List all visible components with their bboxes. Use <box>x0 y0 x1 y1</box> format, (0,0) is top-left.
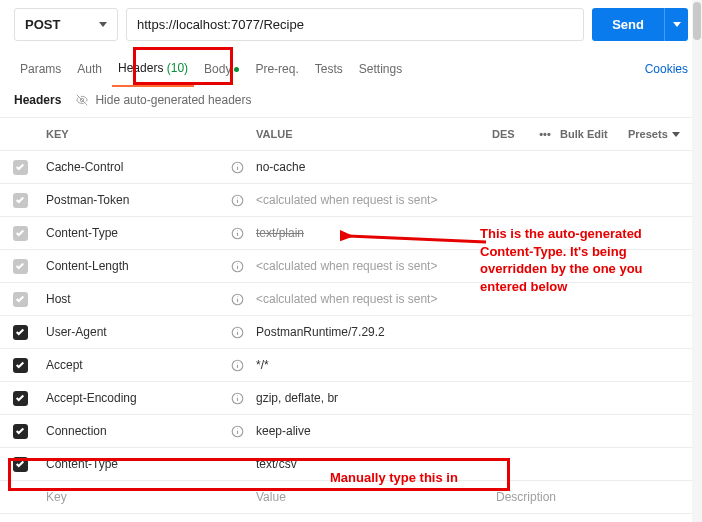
table-row: Postman-Token<calculated when request is… <box>0 184 702 217</box>
scrollbar-thumb[interactable] <box>693 2 701 40</box>
info-icon[interactable] <box>230 325 244 339</box>
chevron-down-icon <box>99 22 107 27</box>
info-icon[interactable] <box>230 160 244 174</box>
header-key-cell[interactable]: User-Agent <box>40 318 250 346</box>
header-enabled-checkbox[interactable] <box>13 193 28 208</box>
header-enabled-checkbox[interactable] <box>13 358 28 373</box>
method-value: POST <box>25 17 60 32</box>
svg-point-18 <box>237 329 238 330</box>
send-button[interactable]: Send <box>592 8 664 41</box>
table-row: Accept*/* <box>0 349 702 382</box>
tab-auth[interactable]: Auth <box>71 58 108 86</box>
header-value-cell[interactable]: <calculated when request is sent> <box>250 285 490 313</box>
svg-point-15 <box>237 296 238 297</box>
svg-point-6 <box>237 197 238 198</box>
tab-headers-count: (10) <box>167 61 188 75</box>
more-columns-icon[interactable]: ••• <box>530 128 560 140</box>
header-value-cell[interactable]: <calculated when request is sent> <box>250 186 490 214</box>
presets-label: Presets <box>628 128 668 140</box>
header-key-cell[interactable]: Accept-Encoding <box>40 384 250 412</box>
header-enabled-checkbox[interactable] <box>13 325 28 340</box>
headers-table: KEY VALUE DES ••• Bulk Edit Presets Cach… <box>0 117 702 514</box>
tab-body[interactable]: Body <box>198 58 245 86</box>
header-value-cell[interactable]: */* <box>250 351 490 379</box>
info-icon[interactable] <box>230 424 244 438</box>
info-icon[interactable] <box>230 226 244 240</box>
table-row: Content-Typetext/plain <box>0 217 702 250</box>
col-key: KEY <box>40 121 250 147</box>
header-enabled-checkbox[interactable] <box>13 226 28 241</box>
svg-point-12 <box>237 263 238 264</box>
header-value-cell[interactable]: keep-alive <box>250 417 490 445</box>
request-tabs: Params Auth Headers (10) Body Pre-req. T… <box>0 47 702 87</box>
send-dropdown[interactable] <box>664 8 688 41</box>
header-value-cell[interactable]: no-cache <box>250 153 490 181</box>
table-header-row: KEY VALUE DES ••• Bulk Edit Presets <box>0 118 702 151</box>
table-row: Cache-Controlno-cache <box>0 151 702 184</box>
header-key-cell[interactable]: Content-Type <box>40 219 250 247</box>
col-desc: DES <box>490 121 530 147</box>
info-icon[interactable] <box>230 259 244 273</box>
placeholder-key[interactable]: Key <box>40 483 250 511</box>
new-header-row[interactable]: Key Value Description <box>0 481 702 514</box>
table-row: Content-Typetext/csv <box>0 448 702 481</box>
presets-dropdown[interactable]: Presets <box>628 128 702 140</box>
header-key-cell[interactable]: Cache-Control <box>40 153 250 181</box>
tab-params[interactable]: Params <box>14 58 67 86</box>
table-row: Connectionkeep-alive <box>0 415 702 448</box>
request-bar: POST Send <box>0 0 702 47</box>
header-enabled-checkbox[interactable] <box>13 292 28 307</box>
table-row: Accept-Encodinggzip, deflate, br <box>0 382 702 415</box>
header-value-cell[interactable]: text/plain <box>250 219 490 247</box>
chevron-down-icon <box>673 22 681 27</box>
header-value-cell[interactable]: text/csv <box>250 450 490 478</box>
hide-auto-label: Hide auto-generated headers <box>95 93 251 107</box>
header-enabled-checkbox[interactable] <box>13 424 28 439</box>
chevron-down-icon <box>672 132 680 137</box>
header-key-cell[interactable]: Host <box>40 285 250 313</box>
header-key-cell[interactable]: Connection <box>40 417 250 445</box>
svg-point-3 <box>237 164 238 165</box>
tab-headers[interactable]: Headers (10) <box>112 57 194 87</box>
tab-body-label: Body <box>204 62 231 76</box>
col-value: VALUE <box>250 121 490 147</box>
hide-auto-generated-toggle[interactable]: Hide auto-generated headers <box>75 93 251 107</box>
svg-point-24 <box>237 395 238 396</box>
headers-subbar: Headers Hide auto-generated headers <box>0 87 702 117</box>
placeholder-value[interactable]: Value <box>250 483 490 511</box>
info-icon[interactable] <box>230 193 244 207</box>
header-key-cell[interactable]: Accept <box>40 351 250 379</box>
headers-label: Headers <box>14 93 61 107</box>
info-icon[interactable] <box>230 292 244 306</box>
table-row: Host<calculated when request is sent> <box>0 283 702 316</box>
svg-point-27 <box>237 428 238 429</box>
header-value-cell[interactable]: gzip, deflate, br <box>250 384 490 412</box>
info-icon[interactable] <box>230 391 244 405</box>
header-enabled-checkbox[interactable] <box>13 160 28 175</box>
method-select[interactable]: POST <box>14 8 118 41</box>
svg-point-9 <box>237 230 238 231</box>
tab-tests[interactable]: Tests <box>309 58 349 86</box>
header-value-cell[interactable]: PostmanRuntime/7.29.2 <box>250 318 490 346</box>
table-row: User-AgentPostmanRuntime/7.29.2 <box>0 316 702 349</box>
header-enabled-checkbox[interactable] <box>13 391 28 406</box>
table-row: Content-Length<calculated when request i… <box>0 250 702 283</box>
header-enabled-checkbox[interactable] <box>13 457 28 472</box>
header-value-cell[interactable]: <calculated when request is sent> <box>250 252 490 280</box>
header-key-cell[interactable]: Content-Length <box>40 252 250 280</box>
send-button-group: Send <box>592 8 688 41</box>
header-key-cell[interactable]: Postman-Token <box>40 186 250 214</box>
bulk-edit-link[interactable]: Bulk Edit <box>560 128 628 140</box>
tab-settings[interactable]: Settings <box>353 58 408 86</box>
info-icon[interactable] <box>230 358 244 372</box>
cookies-link[interactable]: Cookies <box>645 58 688 86</box>
tab-headers-label: Headers <box>118 61 163 75</box>
header-key-cell[interactable]: Content-Type <box>40 450 250 478</box>
url-input[interactable] <box>126 8 584 41</box>
dot-indicator-icon <box>234 67 239 72</box>
eye-off-icon <box>75 93 89 107</box>
svg-point-21 <box>237 362 238 363</box>
tab-prereq[interactable]: Pre-req. <box>249 58 304 86</box>
header-enabled-checkbox[interactable] <box>13 259 28 274</box>
placeholder-desc[interactable]: Description <box>490 483 702 511</box>
